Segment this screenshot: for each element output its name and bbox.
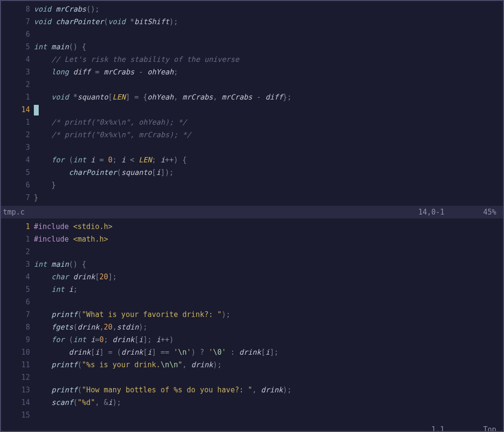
code-line[interactable]: 5 charPointer(squanto[i]); (1, 166, 503, 179)
code-line[interactable]: 6 } (1, 179, 503, 191)
code-line[interactable]: 14 scanf("%d", &i); (1, 396, 503, 409)
code-content[interactable]: #include <stdio.h> (34, 220, 503, 233)
line-number: 4 (1, 271, 34, 283)
code-content[interactable]: drink[i] = (drink[i] == '\n') ? '\0' : d… (34, 346, 503, 359)
code-line[interactable]: 8void mrCrabs(); (1, 3, 503, 15)
bottom-percent: Top (483, 423, 496, 432)
code-line[interactable]: 2 /* printf("0x%x\n", mrCrabs); */ (1, 129, 503, 141)
cursor (34, 105, 39, 115)
code-content[interactable]: int i; (34, 283, 503, 296)
line-number: 14 (1, 103, 34, 116)
line-number: 9 (1, 333, 34, 346)
code-content[interactable] (34, 141, 503, 154)
line-number: 3 (1, 258, 34, 271)
code-line[interactable]: 13 printf("How many bottles of %s do you… (1, 384, 503, 396)
code-content[interactable]: for (int i = 0; i < LEN; i++) { (34, 154, 503, 166)
line-number: 6 (1, 296, 34, 308)
code-line[interactable]: 4 // Let's risk the stability of the uni… (1, 53, 503, 66)
code-content[interactable] (34, 409, 503, 421)
code-line[interactable]: 12 (1, 371, 503, 384)
code-content[interactable]: void *squanto[LEN] = {ohYeah, mrCrabs, m… (34, 91, 503, 103)
code-content[interactable]: int main() { (34, 41, 503, 53)
top-cursor-pos: 14,0-1 (418, 206, 445, 218)
code-content[interactable]: void mrCrabs(); (34, 3, 503, 15)
line-number: 1 (1, 116, 34, 129)
code-line[interactable]: 15 (1, 409, 503, 421)
code-line[interactable]: 7void charPointer(void *bitShift); (1, 15, 503, 28)
line-number: 11 (1, 359, 34, 371)
line-number: 13 (1, 384, 34, 396)
line-number: 14 (1, 396, 34, 409)
code-content[interactable]: int main() { (34, 258, 503, 271)
line-number: 4 (1, 154, 34, 166)
code-content[interactable]: for (int i=0; drink[i]; i++) (34, 333, 503, 346)
line-number: 7 (1, 308, 34, 321)
code-content[interactable]: long diff = mrCrabs - ohYeah; (34, 66, 503, 78)
line-number: 5 (1, 41, 34, 53)
code-content[interactable] (34, 245, 503, 258)
code-content[interactable]: } (34, 191, 503, 204)
code-content[interactable]: charPointer(squanto[i]); (34, 166, 503, 179)
line-number: 2 (1, 245, 34, 258)
vim-editor: 8void mrCrabs();7void charPointer(void *… (1, 1, 503, 431)
code-line[interactable]: 11 printf("%s is your drink.\n\n", drink… (1, 359, 503, 371)
line-number: 7 (1, 15, 34, 28)
code-content[interactable]: #include <math.h> (34, 233, 503, 245)
code-content[interactable] (34, 296, 503, 308)
code-line[interactable]: 3 (1, 141, 503, 154)
line-number: 5 (1, 166, 34, 179)
code-line[interactable]: 14 (1, 103, 503, 116)
code-content[interactable] (34, 78, 503, 91)
top-pane[interactable]: 8void mrCrabs();7void charPointer(void *… (1, 1, 503, 218)
bottom-pane[interactable]: 1#include <stdio.h>1#include <math.h>23i… (1, 218, 503, 432)
code-line[interactable]: 5int main() { (1, 41, 503, 53)
code-line[interactable]: 2 (1, 78, 503, 91)
code-line[interactable]: 8 fgets(drink,20,stdin); (1, 321, 503, 333)
code-line[interactable]: 10 drink[i] = (drink[i] == '\n') ? '\0' … (1, 346, 503, 359)
code-content[interactable]: printf("What is your favorite drink?: ")… (34, 308, 503, 321)
code-line[interactable]: 7 printf("What is your favorite drink?: … (1, 308, 503, 321)
code-line[interactable]: 1 /* printf("0x%x\n", ohYeah); */ (1, 116, 503, 129)
line-number: 12 (1, 371, 34, 384)
bottom-statusline: 1,1 Top (1, 423, 503, 432)
code-content[interactable] (34, 28, 503, 41)
code-content[interactable]: char drink[20]; (34, 271, 503, 283)
code-line[interactable]: 6 (1, 296, 503, 308)
code-line[interactable]: 1#include <stdio.h> (1, 220, 503, 233)
line-number: 4 (1, 53, 34, 66)
code-line[interactable]: 2 (1, 245, 503, 258)
code-content[interactable]: /* printf("0x%x\n", ohYeah); */ (34, 116, 503, 129)
code-line[interactable]: 4 for (int i = 0; i < LEN; i++) { (1, 154, 503, 166)
line-number: 2 (1, 129, 34, 141)
code-content[interactable]: scanf("%d", &i); (34, 396, 503, 409)
line-number: 8 (1, 321, 34, 333)
code-line[interactable]: 7} (1, 191, 503, 204)
code-content[interactable]: void charPointer(void *bitShift); (34, 15, 503, 28)
code-content[interactable]: printf("%s is your drink.\n\n", drink); (34, 359, 503, 371)
code-line[interactable]: 4 char drink[20]; (1, 271, 503, 283)
code-content[interactable] (34, 103, 503, 116)
code-line[interactable]: 6 (1, 28, 503, 41)
line-number: 5 (1, 283, 34, 296)
code-line[interactable]: 3 long diff = mrCrabs - ohYeah; (1, 66, 503, 78)
line-number: 2 (1, 78, 34, 91)
top-code-area[interactable]: 8void mrCrabs();7void charPointer(void *… (1, 1, 503, 206)
top-filename: tmp.c (3, 206, 25, 218)
code-content[interactable]: /* printf("0x%x\n", mrCrabs); */ (34, 129, 503, 141)
line-number: 3 (1, 141, 34, 154)
line-number: 3 (1, 66, 34, 78)
code-content[interactable] (34, 371, 503, 384)
line-number: 1 (1, 220, 34, 233)
code-content[interactable]: printf("How many bottles of %s do you ha… (34, 384, 503, 396)
code-content[interactable]: // Let's risk the stability of the unive… (34, 53, 503, 66)
code-line[interactable]: 5 int i; (1, 283, 503, 296)
bottom-code-area[interactable]: 1#include <stdio.h>1#include <math.h>23i… (1, 218, 503, 423)
code-line[interactable]: 1#include <math.h> (1, 233, 503, 245)
top-statusline: tmp.c 14,0-1 45% (1, 206, 503, 218)
code-content[interactable]: fgets(drink,20,stdin); (34, 321, 503, 333)
code-line[interactable]: 9 for (int i=0; drink[i]; i++) (1, 333, 503, 346)
code-line[interactable]: 3int main() { (1, 258, 503, 271)
line-number: 1 (1, 91, 34, 103)
code-content[interactable]: } (34, 179, 503, 191)
code-line[interactable]: 1 void *squanto[LEN] = {ohYeah, mrCrabs,… (1, 91, 503, 103)
